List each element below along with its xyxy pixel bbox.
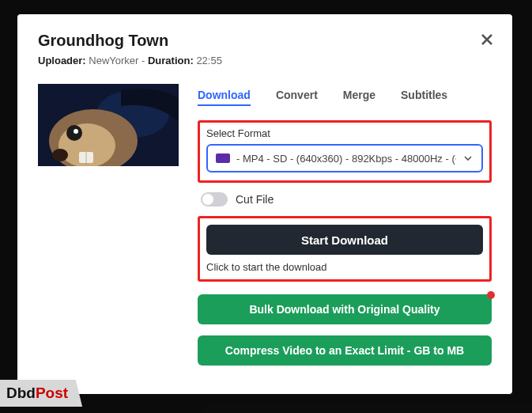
tab-merge[interactable]: Merge [343, 89, 375, 106]
tab-download[interactable]: Download [198, 89, 251, 106]
video-title: Groundhog Town [38, 32, 492, 50]
tab-convert[interactable]: Convert [276, 89, 318, 106]
format-badge-icon [216, 153, 230, 163]
meta-sep: - [141, 55, 148, 66]
svg-point-8 [52, 149, 68, 161]
start-download-hint: Click to start the download [206, 261, 483, 273]
chevron-down-icon [462, 153, 474, 164]
format-select[interactable]: - MP4 - SD - (640x360) - 892Kbps - 48000… [206, 144, 483, 172]
uploader-label: Uploader: [38, 55, 86, 66]
download-modal: Groundhog Town Uploader: NewYorker - Dur… [17, 14, 512, 394]
duration-label: Duration: [148, 55, 194, 66]
brand-part-b: Post [36, 385, 68, 401]
format-highlight-box: Select Format - MP4 - SD - (640x360) - 8… [198, 120, 492, 183]
uploader-value: NewYorker [89, 55, 138, 66]
format-selected-text: - MP4 - SD - (640x360) - 892Kbps - 48000… [236, 153, 456, 165]
start-download-button[interactable]: Start Download [206, 225, 483, 255]
tabs: Download Convert Merge Subtitles [198, 84, 492, 114]
cut-file-label: Cut File [236, 193, 274, 206]
bulk-download-label: Bulk Download with Original Quality [249, 303, 440, 316]
duration-value: 22:55 [196, 55, 222, 66]
bulk-download-button[interactable]: Bulk Download with Original Quality [198, 294, 492, 324]
video-thumbnail [38, 84, 179, 166]
compress-video-button[interactable]: Compress Video to an Exact Limit - GB to… [198, 335, 492, 366]
start-highlight-box: Start Download Click to start the downlo… [198, 216, 492, 282]
brand-part-a: Dbd [6, 385, 36, 401]
cut-file-toggle[interactable] [201, 192, 228, 206]
close-icon [481, 33, 493, 46]
close-button[interactable] [476, 28, 498, 51]
tab-subtitles[interactable]: Subtitles [401, 89, 447, 106]
video-meta: Uploader: NewYorker - Duration: 22:55 [38, 55, 492, 66]
notification-dot-icon [487, 291, 495, 299]
svg-point-7 [74, 129, 78, 134]
select-format-label: Select Format [206, 127, 483, 139]
brand-watermark: DbdPost [0, 380, 82, 407]
cut-file-row: Cut File [201, 192, 492, 206]
